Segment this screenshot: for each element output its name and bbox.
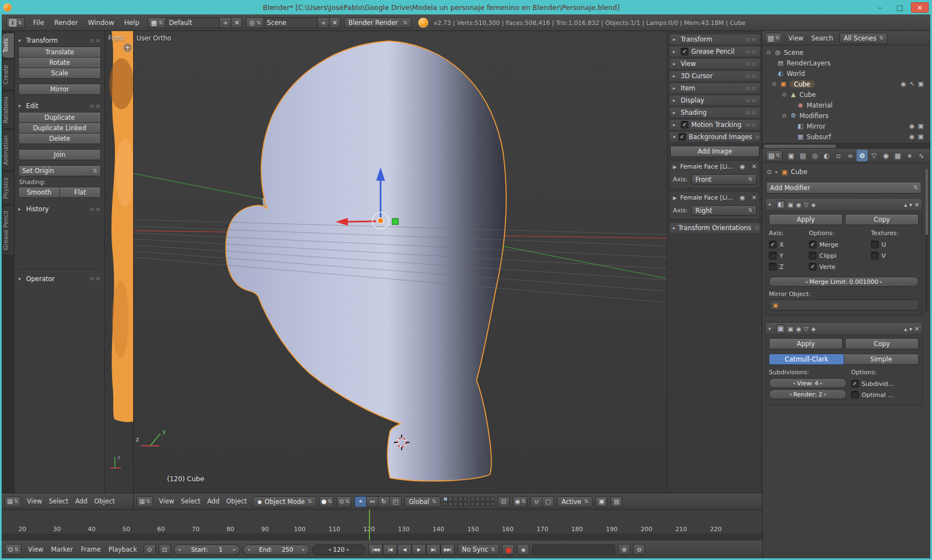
tool-button[interactable]: Delete	[18, 133, 101, 144]
npanel-section-view[interactable]: ▸ View ≡≡	[669, 58, 761, 69]
npanel-section-transform-orientations[interactable]: ▸ Transform Orientations ≡≡	[669, 222, 761, 233]
npanel-section-item[interactable]: ▸ Item ≡≡	[669, 83, 761, 94]
renderable-icon[interactable]: ▣	[918, 80, 924, 88]
proportional-edit-dropdown[interactable]: ◉ ⇅	[513, 496, 528, 507]
render-toggle-icon[interactable]: ▣	[788, 325, 793, 332]
delete-keyframe-button[interactable]: ⊖	[633, 544, 645, 555]
lock-to-scene-button[interactable]: ⊡	[498, 496, 510, 507]
scene-name-value[interactable]: Scene	[264, 17, 317, 28]
menu-item[interactable]: Window	[83, 14, 119, 31]
axis-z-checkbox[interactable]: ✓	[769, 263, 777, 271]
tool-button[interactable]: Duplicate	[18, 112, 101, 123]
move-up-icon[interactable]: ▴	[904, 325, 907, 332]
menu-item[interactable]: Help	[119, 14, 144, 31]
close-button[interactable]: ×	[911, 2, 929, 13]
scale-manipulator-toggle[interactable]: ◰	[389, 496, 402, 507]
eye-icon[interactable]: ◉	[739, 163, 745, 170]
merge-checkbox[interactable]: ✓	[809, 241, 817, 248]
eye-icon[interactable]: ◉	[909, 133, 915, 140]
transport-button[interactable]: ▶|	[426, 544, 440, 555]
menu-item[interactable]: Search	[807, 31, 837, 45]
tab-constraints[interactable]: ∞	[845, 150, 856, 161]
move-up-icon[interactable]: ▴	[904, 201, 907, 208]
outliner-scrollbar[interactable]	[762, 143, 930, 149]
delete-modifier-icon[interactable]: ✕	[914, 201, 919, 208]
rotate-manipulator-toggle[interactable]: ↻	[378, 496, 390, 507]
transport-button[interactable]: ◀	[397, 544, 412, 555]
view-subdivisions-field[interactable]: ◂ View: 4 ▸	[769, 378, 847, 388]
menu-item[interactable]: Select	[45, 493, 72, 510]
add-image-button[interactable]: Add Image	[670, 146, 759, 157]
expand-icon[interactable]: ⊖	[771, 81, 777, 87]
keying-set-field[interactable]	[532, 544, 615, 555]
expand-icon[interactable]: ⊖	[781, 113, 787, 119]
opengl-render-anim-button[interactable]: ▥	[610, 496, 622, 507]
lock-icon[interactable]: ⊡	[159, 544, 171, 555]
expand-icon[interactable]: ⊖	[781, 91, 787, 98]
tab-particles[interactable]: ∗	[904, 150, 915, 161]
renderable-icon[interactable]: ▣	[918, 133, 924, 140]
tool-button[interactable]: Scale	[18, 68, 101, 79]
triangle-right-icon[interactable]: ▶	[673, 164, 678, 170]
expand-icon[interactable]: ⊖	[766, 49, 772, 55]
tree-row-modifiers[interactable]: ⊖ ⚙ Modifiers	[764, 110, 928, 121]
eye-icon[interactable]: ◉	[739, 194, 745, 201]
toolshelf-tab-animation[interactable]: Animation	[2, 130, 14, 171]
orientation-dropdown[interactable]: Global ⇅	[404, 496, 440, 507]
close-icon[interactable]: ✕	[752, 194, 757, 201]
clipping-checkbox[interactable]: ✓	[809, 252, 817, 259]
end-frame-field[interactable]: ◂ End: 250 ▸	[243, 544, 310, 555]
tool-button[interactable]: Duplicate Linked	[18, 123, 101, 134]
edit-mode-toggle-icon[interactable]: ▽	[804, 325, 808, 332]
pin-icon[interactable]: ⊙	[767, 168, 772, 176]
optimal-display-checkbox[interactable]: ✓	[851, 391, 859, 399]
menu-item[interactable]: Object	[91, 493, 118, 510]
render-subdivisions-field[interactable]: ◂ Render: 2 ▸	[769, 389, 847, 399]
timeline-ruler[interactable]: 2030405060708090100110120130140150160170…	[2, 510, 762, 541]
tree-row-material[interactable]: ◉ Material	[764, 100, 928, 110]
current-frame-field[interactable]: ◂ 120 ▸	[312, 544, 366, 555]
layer-selector[interactable]	[443, 497, 495, 506]
tab-object-data[interactable]: ▽	[868, 150, 879, 161]
axis-x-checkbox[interactable]: ✓	[769, 241, 777, 248]
tab-material[interactable]: ◉	[880, 150, 892, 161]
keying-set-icon[interactable]: ◈	[517, 544, 529, 555]
tab-world[interactable]: ◐	[821, 150, 832, 161]
tree-row-world[interactable]: ◐ World	[764, 68, 928, 79]
cage-toggle-icon[interactable]: ◈	[811, 201, 816, 208]
snap-element-dropdown[interactable]: ▢	[542, 496, 554, 507]
auto-keyframe-record-button[interactable]: ●	[502, 544, 514, 555]
npanel-section-shading[interactable]: ▸ Shading ≡≡	[669, 107, 761, 118]
tab-scene[interactable]: ◎	[809, 150, 820, 161]
preview-range-toggle[interactable]: ⊙	[144, 544, 156, 555]
simple-button[interactable]: Simple	[844, 354, 919, 365]
maximize-button[interactable]: □	[891, 2, 909, 13]
transport-button[interactable]: ▶	[412, 544, 426, 555]
left-viewport-canvas[interactable]: z Front +	[105, 31, 134, 493]
move-down-icon[interactable]: ▾	[909, 325, 912, 332]
menu-item[interactable]: Select	[178, 493, 204, 510]
axis-y-checkbox[interactable]: ✓	[769, 252, 777, 259]
apply-button[interactable]: Apply	[769, 214, 843, 225]
mode-dropdown[interactable]: ● Object Mode ⇅	[253, 496, 316, 507]
editor-type-button-info[interactable]: i ⇅	[6, 17, 25, 28]
sync-dropdown[interactable]: No Sync ⇅	[458, 544, 500, 555]
axis-dropdown[interactable]: Right ⇅	[691, 205, 757, 216]
menu-item[interactable]: Frame	[77, 541, 105, 558]
panel-header-operator[interactable]: ▾ Operator ≡≡	[18, 269, 101, 284]
tool-button[interactable]: Translate	[18, 47, 101, 58]
triangle-right-icon[interactable]: ▶	[673, 195, 678, 201]
copy-button[interactable]: Copy	[845, 214, 919, 225]
tree-row-cube-object[interactable]: ⊖ ▣ Cube ◉ ↖ ▣	[764, 79, 928, 89]
menu-item[interactable]: View	[24, 493, 45, 510]
minimize-button[interactable]: –	[871, 2, 889, 13]
apply-button[interactable]: Apply	[769, 338, 843, 349]
set-origin-dropdown[interactable]: Set Origin ⇅	[18, 165, 101, 176]
copy-button[interactable]: Copy	[845, 338, 919, 349]
npanel-section-3d-cursor[interactable]: ▸ 3D Cursor ≡≡	[669, 70, 761, 82]
toolshelf-tab-grease-pencil[interactable]: Grease Pencil	[2, 205, 14, 256]
vertex-groups-checkbox[interactable]: ✓	[809, 263, 817, 271]
section-checkbox[interactable]: ✓	[681, 48, 688, 55]
tab-object[interactable]: ▫	[833, 150, 844, 161]
smooth-button[interactable]: Smooth	[18, 187, 60, 198]
